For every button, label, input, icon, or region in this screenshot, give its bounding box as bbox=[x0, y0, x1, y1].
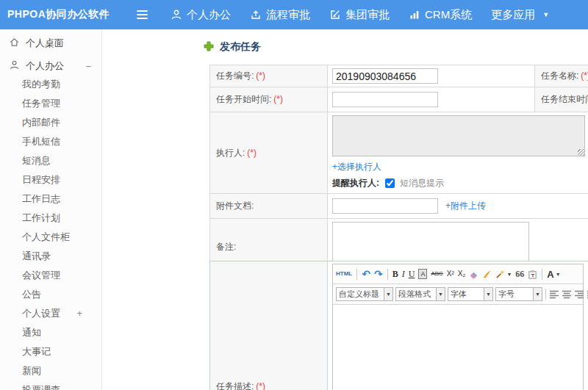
rich-text-editor: HTML ↶ ↷ B I U A ABC X² X₂ bbox=[332, 264, 584, 390]
editor-content-area[interactable] bbox=[333, 305, 583, 390]
html-source-button[interactable]: HTML bbox=[336, 271, 352, 277]
home-icon bbox=[9, 37, 20, 50]
workflow-icon bbox=[250, 9, 262, 21]
underline-button[interactable]: U bbox=[409, 270, 415, 278]
caret-down-icon: ▼ bbox=[384, 287, 393, 301]
nav-personal-office[interactable]: 个人办公 bbox=[171, 8, 231, 22]
blockquote-button[interactable]: 66 bbox=[515, 270, 524, 278]
choose-executor-link[interactable]: +选择执行人 bbox=[332, 162, 381, 172]
align-right-icon[interactable] bbox=[574, 290, 584, 299]
sidebar-item-announcement[interactable]: 公告 bbox=[0, 285, 101, 304]
collapse-icon[interactable]: − bbox=[85, 61, 91, 72]
sidebar-item-schedule[interactable]: 日程安排 bbox=[0, 170, 101, 189]
remind-executor-label: 提醒执行人: bbox=[332, 177, 379, 189]
start-time-label: 任务开始时间:(*) bbox=[210, 87, 328, 112]
sidebar-item-contacts[interactable]: 通讯录 bbox=[0, 247, 101, 266]
sidebar-item-memorabilia[interactable]: 大事记 bbox=[0, 342, 101, 361]
task-name-label: 任务名称:(*) bbox=[535, 65, 588, 87]
align-center-icon[interactable] bbox=[562, 290, 572, 299]
top-bar: PHPOA协同办公软件 个人办公 流程审批 集团审批 bbox=[0, 0, 588, 29]
align-left-icon[interactable] bbox=[549, 290, 559, 299]
editor-toolbar-row1: HTML ↶ ↷ B I U A ABC X² X₂ bbox=[333, 264, 583, 284]
page-title: 发布任务 bbox=[204, 40, 261, 54]
caret-down-icon: ▼ bbox=[533, 287, 542, 301]
task-form-table: 任务编号:(*) 任务名称:(*) 任务开始时间:(*) 任务结束时间 bbox=[209, 65, 588, 275]
format-paint-icon[interactable]: ▼ bbox=[495, 270, 512, 279]
custom-title-dropdown[interactable]: 自定义标题 ▼ bbox=[336, 287, 393, 301]
highlight-button[interactable]: A bbox=[418, 269, 427, 279]
paragraph-format-dropdown[interactable]: 段落格式 ▼ bbox=[395, 287, 445, 301]
sidebar-item-notice[interactable]: 通知 bbox=[0, 323, 101, 342]
strikethrough-button[interactable]: ABC bbox=[431, 271, 442, 277]
caret-down-icon: ▼ bbox=[506, 272, 512, 277]
user-icon bbox=[9, 59, 20, 73]
nav-group-approval[interactable]: 集团审批 bbox=[329, 8, 390, 22]
redo-icon[interactable]: ↷ bbox=[374, 269, 383, 279]
caret-down-icon: ▼ bbox=[484, 287, 493, 301]
paste-icon[interactable] bbox=[528, 270, 537, 279]
sidebar-item-task-management[interactable]: 任务管理 bbox=[0, 94, 101, 113]
sidebar-item-internal-mail[interactable]: 内部邮件 bbox=[0, 113, 101, 132]
row-attachment: 附件文档: +附件上传 bbox=[210, 194, 588, 219]
sidebar-item-desktop[interactable]: 个人桌面 bbox=[0, 29, 101, 57]
brush-icon[interactable] bbox=[482, 270, 492, 279]
task-number-input[interactable] bbox=[332, 68, 438, 84]
editor-toolbar-row2: 自定义标题 ▼ 段落格式 ▼ 字体 ▼ 字号 ▼ bbox=[333, 284, 583, 305]
attachment-upload-link[interactable]: +附件上传 bbox=[445, 200, 486, 212]
user-icon bbox=[171, 9, 182, 21]
nav-more-apps[interactable]: 更多应用 ▼ bbox=[491, 8, 549, 22]
sidebar-item-personal-settings[interactable]: 个人设置 + bbox=[0, 304, 101, 323]
edit-icon bbox=[329, 9, 341, 21]
attachment-input[interactable] bbox=[332, 198, 438, 214]
row-task-number: 任务编号:(*) 任务名称:(*) bbox=[210, 65, 588, 87]
font-family-dropdown[interactable]: 字体 ▼ bbox=[448, 287, 493, 301]
caret-down-icon: ▼ bbox=[436, 287, 445, 301]
bar-chart-icon bbox=[409, 9, 420, 21]
bold-button[interactable]: B bbox=[392, 270, 398, 278]
start-time-input[interactable] bbox=[332, 92, 438, 107]
nav-crm-system[interactable]: CRM系统 bbox=[409, 8, 472, 22]
sidebar-item-short-message[interactable]: 短消息 bbox=[0, 151, 101, 170]
app-title: PHPOA协同办公软件 bbox=[7, 8, 137, 21]
task-number-label: 任务编号:(*) bbox=[210, 65, 328, 87]
sidebar-item-work-plan[interactable]: 工作计划 bbox=[0, 209, 101, 228]
subscript-button[interactable]: X₂ bbox=[458, 270, 466, 278]
font-size-dropdown[interactable]: 字号 ▼ bbox=[495, 287, 542, 301]
sidebar-item-news[interactable]: 新闻 bbox=[0, 361, 101, 380]
sidebar-item-vote[interactable]: 投票调查 bbox=[0, 380, 101, 390]
sidebar-item-sms[interactable]: 手机短信 bbox=[0, 132, 101, 151]
top-nav: 个人办公 流程审批 集团审批 CRM系统 更多应用 bbox=[171, 8, 549, 22]
sidebar-item-my-attendance[interactable]: 我的考勤 bbox=[0, 75, 101, 94]
caret-down-icon: ▼ bbox=[556, 272, 561, 277]
sidebar-item-personal-office[interactable]: 个人办公 − bbox=[0, 57, 101, 75]
superscript-button[interactable]: X² bbox=[447, 270, 454, 278]
end-time-label: 任务结束时间:(*) bbox=[535, 87, 588, 112]
sms-remind-option: 短消息提示 bbox=[400, 177, 444, 189]
executor-textarea[interactable] bbox=[332, 115, 585, 156]
nav-workflow-approval[interactable]: 流程审批 bbox=[250, 8, 310, 22]
caret-down-icon: ▼ bbox=[542, 11, 549, 18]
executor-label: 执行人:(*) bbox=[210, 112, 328, 194]
font-color-button[interactable]: A▼ bbox=[547, 270, 560, 279]
menu-toggle-icon[interactable] bbox=[137, 10, 151, 19]
sidebar: 个人桌面 个人办公 − 我的考勤 任务管理 内部邮件 手机短信 短消息 日程安排… bbox=[0, 29, 102, 390]
row-task-description: 任务描述:(*) HTML ↶ ↷ B I U A ABC X² bbox=[209, 261, 588, 390]
task-description-label: 任务描述:(*) bbox=[210, 261, 328, 390]
expand-icon[interactable]: + bbox=[76, 304, 82, 323]
row-executor: 执行人:(*) +选择执行人 提醒执行人: 短消息提示 bbox=[210, 112, 588, 194]
sidebar-item-file-cabinet[interactable]: 个人文件柜 bbox=[0, 228, 101, 247]
sidebar-item-meeting[interactable]: 会议管理 bbox=[0, 266, 101, 285]
sms-remind-checkbox[interactable] bbox=[385, 178, 395, 188]
undo-icon[interactable]: ↶ bbox=[362, 269, 370, 279]
row-start-time: 任务开始时间:(*) 任务结束时间:(*) bbox=[210, 87, 588, 112]
add-icon bbox=[204, 41, 214, 54]
italic-button[interactable]: I bbox=[402, 270, 405, 278]
eraser-icon[interactable] bbox=[469, 270, 478, 279]
sidebar-item-work-log[interactable]: 工作日志 bbox=[0, 189, 101, 209]
main-content: 发布任务 任务编号:(*) 任务名称:(*) 任务开始时间:(*) bbox=[102, 29, 588, 390]
attachment-label: 附件文档: bbox=[210, 194, 328, 219]
